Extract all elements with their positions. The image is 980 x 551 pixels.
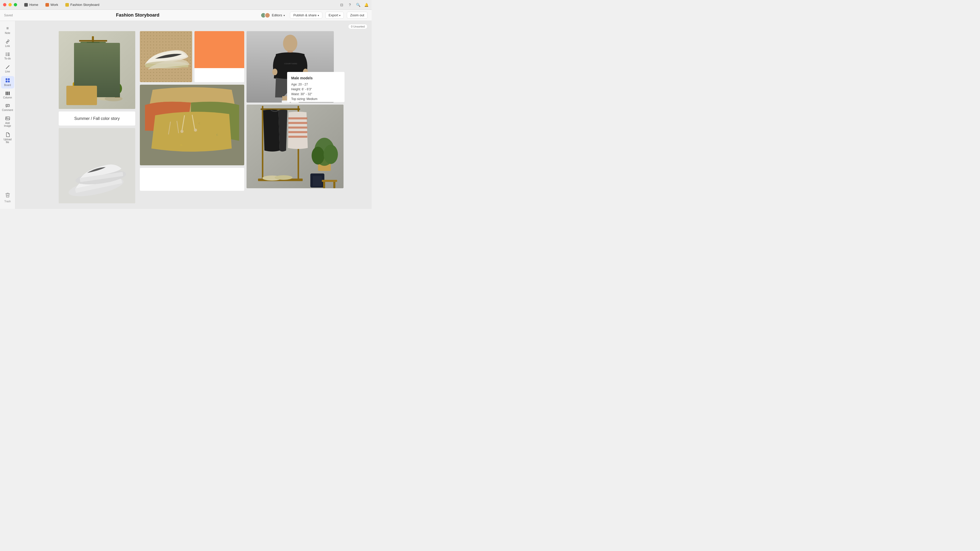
- minimize-button[interactable]: [8, 3, 12, 6]
- svg-text:COURTYARD: COURTYARD: [284, 62, 298, 65]
- sidebar-item-comment[interactable]: Comment: [1, 102, 14, 114]
- svg-rect-9: [6, 81, 7, 83]
- saved-status: Saved: [4, 14, 13, 17]
- publish-share-button[interactable]: Publish & share: [290, 12, 322, 19]
- svg-rect-7: [6, 78, 7, 80]
- color-story-text: Summer / Fall color story: [74, 116, 120, 121]
- zoom-out-label: Zoom out: [350, 13, 364, 17]
- sidebar-item-add-image[interactable]: Add Image: [1, 114, 14, 129]
- sidebar-item-todo[interactable]: To-do: [1, 51, 14, 62]
- svg-text:C: C: [181, 144, 183, 146]
- sidebar-item-line[interactable]: Line: [1, 63, 14, 75]
- sidebar-note-label: Note: [5, 32, 10, 35]
- nav-tab-work[interactable]: Work: [42, 2, 61, 8]
- work-tab-label: Work: [51, 3, 58, 6]
- toolbar-center: Fashion Storyboard: [17, 13, 259, 18]
- unsorted-badge: 0 Unsorted: [348, 24, 368, 29]
- note-icon: ≡: [6, 26, 9, 30]
- board-icon: [5, 78, 10, 83]
- sidebar-link-label: Link: [5, 44, 10, 48]
- svg-rect-13: [9, 92, 10, 95]
- export-chevron-icon: [339, 13, 340, 17]
- svg-point-49: [194, 129, 197, 132]
- editors-label: Editors: [272, 13, 282, 17]
- traffic-lights: [3, 3, 17, 6]
- svg-rect-27: [87, 42, 100, 44]
- sidebar-item-link[interactable]: Link: [1, 38, 14, 49]
- svg-point-32: [105, 96, 123, 101]
- svg-rect-8: [8, 78, 10, 80]
- sidebar-board-label: Board: [4, 84, 11, 86]
- svg-point-78: [275, 175, 293, 180]
- clothing-rack2-image[interactable]: [247, 105, 344, 188]
- comment-icon: [6, 104, 10, 108]
- svg-point-34: [113, 83, 122, 94]
- svg-rect-24: [92, 36, 94, 103]
- svg-line-6: [6, 65, 9, 68]
- svg-rect-11: [6, 92, 6, 95]
- fashion-tab-icon: [65, 3, 69, 6]
- sidebar-column-label: Column: [3, 96, 12, 99]
- publish-share-label: Publish & share: [293, 13, 317, 17]
- color-swatch-card[interactable]: [194, 31, 244, 82]
- export-button[interactable]: Export: [325, 12, 344, 19]
- zoom-out-button[interactable]: Zoom out: [347, 12, 368, 19]
- toolbar: Saved Fashion Storyboard Editors Publish…: [0, 10, 372, 21]
- color-story-card[interactable]: Summer / Fall color story: [59, 111, 135, 125]
- column-icon: [6, 92, 10, 95]
- add-image-icon: [5, 117, 10, 121]
- svg-rect-29: [73, 82, 91, 101]
- search-icon[interactable]: 🔍: [356, 3, 360, 7]
- sidebar-trash[interactable]: Trash: [1, 191, 14, 205]
- editor-avatar-2: [265, 13, 270, 18]
- hoodies-image[interactable]: C C C: [140, 85, 244, 165]
- sidebar-comment-label: Comment: [2, 109, 13, 111]
- svg-rect-33: [115, 90, 120, 97]
- sidebar: ≡ Note Link: [0, 21, 15, 209]
- svg-rect-2: [6, 54, 7, 55]
- titlebar-right: ⊡ ? 🔍 🔔: [339, 3, 369, 7]
- info-card-title: Male models: [291, 76, 340, 80]
- sidebar-upload-file-label: Upload file: [3, 138, 13, 144]
- line-icon: [6, 65, 10, 69]
- home-tab-label: Home: [29, 3, 38, 6]
- svg-rect-74: [288, 131, 307, 133]
- export-label: Export: [329, 13, 339, 17]
- sidebar-item-upload-file[interactable]: Upload file: [1, 130, 14, 146]
- sidebar-item-column[interactable]: Column: [1, 89, 14, 101]
- svg-rect-70: [261, 108, 300, 110]
- svg-rect-4: [6, 56, 7, 56]
- blazer-image[interactable]: [59, 128, 135, 203]
- help-icon[interactable]: ?: [348, 3, 352, 7]
- svg-rect-30: [76, 82, 87, 84]
- close-button[interactable]: [3, 3, 6, 6]
- svg-line-21: [8, 195, 8, 196]
- nav-tab-home[interactable]: Home: [21, 2, 41, 8]
- svg-rect-10: [8, 81, 10, 83]
- svg-rect-5: [7, 56, 10, 56]
- editors-button[interactable]: Editors: [259, 11, 287, 19]
- svg-rect-0: [6, 53, 7, 53]
- svg-rect-25: [79, 40, 107, 41]
- maximize-button[interactable]: [14, 3, 17, 6]
- male-models-info-card[interactable]: Male models Age: 20 - 27 Height: 6' - 6'…: [287, 72, 345, 102]
- sidebar-todo-label: To-do: [4, 57, 11, 60]
- sidebar-item-note[interactable]: ≡ Note: [1, 24, 14, 37]
- color-swatch-block: [194, 31, 244, 68]
- canvas[interactable]: 0 Unsorted: [15, 21, 372, 209]
- trash-icon: [5, 192, 10, 199]
- svg-rect-28: [96, 57, 105, 85]
- sidebar-item-board[interactable]: Board: [1, 76, 14, 89]
- device-icon[interactable]: ⊡: [339, 3, 344, 7]
- fashion-tab-label: Fashion Storyboard: [70, 3, 99, 6]
- publish-chevron-icon: [318, 13, 319, 17]
- info-card-row-height: Height: 6' - 6'3": [291, 87, 340, 91]
- titlebar: Home Work Fashion Storyboard ⊡ ? 🔍 🔔: [0, 0, 372, 10]
- nav-tab-fashion[interactable]: Fashion Storyboard: [62, 2, 102, 8]
- description-text-note[interactable]: [140, 168, 244, 191]
- nike-shoes-image[interactable]: [140, 31, 192, 82]
- svg-rect-1: [7, 53, 10, 53]
- info-card-row-waist: Waist: 30" - 32": [291, 92, 340, 96]
- green-jacket-image[interactable]: [59, 31, 135, 109]
- notification-icon[interactable]: 🔔: [364, 3, 369, 7]
